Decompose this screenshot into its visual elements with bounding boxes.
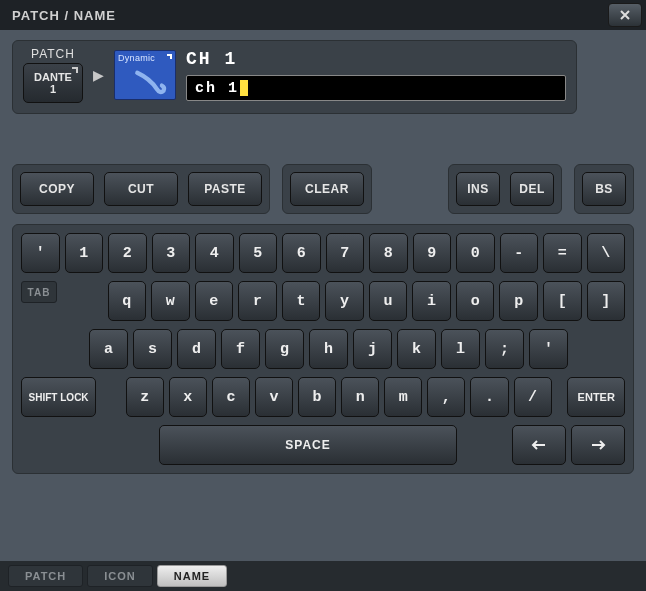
key[interactable]: = xyxy=(543,233,582,273)
key[interactable]: t xyxy=(282,281,321,321)
key[interactable]: 5 xyxy=(239,233,278,273)
icon-category-label: Dynamic xyxy=(115,51,175,65)
key[interactable]: x xyxy=(169,377,207,417)
tab-key[interactable]: TAB xyxy=(21,281,57,303)
key[interactable]: o xyxy=(456,281,495,321)
expand-icon xyxy=(167,54,172,59)
saxophone-icon xyxy=(133,69,167,97)
key[interactable]: h xyxy=(309,329,348,369)
cut-button[interactable]: CUT xyxy=(104,172,178,206)
arrow-left-key[interactable] xyxy=(512,425,566,465)
key[interactable]: d xyxy=(177,329,216,369)
key[interactable]: n xyxy=(341,377,379,417)
tab-name[interactable]: NAME xyxy=(157,565,227,587)
key[interactable]: a xyxy=(89,329,128,369)
key[interactable]: ' xyxy=(21,233,60,273)
key[interactable]: y xyxy=(325,281,364,321)
key[interactable]: \ xyxy=(587,233,626,273)
key[interactable]: m xyxy=(384,377,422,417)
key[interactable]: 0 xyxy=(456,233,495,273)
space-key[interactable]: SPACE xyxy=(159,425,457,465)
patch-source-line1: DANTE xyxy=(34,71,72,83)
bs-group: BS xyxy=(574,164,634,214)
close-button[interactable] xyxy=(608,3,642,27)
keyboard-row-3: a s d f g h j k l ; ' xyxy=(21,329,625,369)
tab-icon[interactable]: ICON xyxy=(87,565,153,587)
insdel-group: INS DEL xyxy=(448,164,562,214)
bottom-tab-bar: PATCH ICON NAME xyxy=(0,561,646,591)
clipboard-group: COPY CUT PASTE xyxy=(12,164,270,214)
key[interactable]: ' xyxy=(529,329,568,369)
content-area: PATCH DANTE 1 ▶ Dynamic CH 1 ch 1 xyxy=(0,30,646,561)
keyboard-row-5: SPACE xyxy=(21,425,625,465)
channel-label: CH 1 xyxy=(186,49,566,69)
key[interactable]: 3 xyxy=(152,233,191,273)
name-input[interactable]: ch 1 xyxy=(186,75,566,101)
expand-icon xyxy=(72,67,78,73)
key[interactable]: / xyxy=(514,377,552,417)
key[interactable]: 2 xyxy=(108,233,147,273)
close-icon xyxy=(619,9,631,21)
keyboard-row-2: TAB q w e r t y u i o p [ ] xyxy=(21,281,625,321)
clear-button[interactable]: CLEAR xyxy=(290,172,364,206)
key[interactable]: 6 xyxy=(282,233,321,273)
key[interactable]: b xyxy=(298,377,336,417)
window-title: PATCH / NAME xyxy=(12,8,116,23)
key[interactable]: . xyxy=(470,377,508,417)
key[interactable]: i xyxy=(412,281,451,321)
backspace-button[interactable]: BS xyxy=(582,172,626,206)
key[interactable]: 9 xyxy=(413,233,452,273)
arrow-right-icon: ▶ xyxy=(93,67,104,83)
paste-button[interactable]: PASTE xyxy=(188,172,262,206)
text-cursor-icon xyxy=(240,80,248,96)
copy-button[interactable]: COPY xyxy=(20,172,94,206)
clear-group: CLEAR xyxy=(282,164,372,214)
patch-source-button[interactable]: DANTE 1 xyxy=(23,63,83,103)
key[interactable]: c xyxy=(212,377,250,417)
key[interactable]: ] xyxy=(587,281,626,321)
key[interactable]: - xyxy=(500,233,539,273)
key[interactable]: z xyxy=(126,377,164,417)
arrow-left-icon xyxy=(531,439,547,451)
key[interactable]: 4 xyxy=(195,233,234,273)
enter-key[interactable]: ENTER xyxy=(567,377,625,417)
key[interactable]: j xyxy=(353,329,392,369)
edit-toolbar: COPY CUT PASTE CLEAR INS DEL BS xyxy=(12,164,634,214)
shift-lock-key[interactable]: SHIFT LOCK xyxy=(21,377,96,417)
arrow-right-icon xyxy=(590,439,606,451)
key[interactable]: u xyxy=(369,281,408,321)
key[interactable]: r xyxy=(238,281,277,321)
tab-patch[interactable]: PATCH xyxy=(8,565,83,587)
name-column: CH 1 ch 1 xyxy=(186,49,566,101)
key[interactable]: 1 xyxy=(65,233,104,273)
key[interactable]: s xyxy=(133,329,172,369)
channel-icon-button[interactable]: Dynamic xyxy=(114,50,176,100)
key[interactable]: g xyxy=(265,329,304,369)
key[interactable]: k xyxy=(397,329,436,369)
key[interactable]: v xyxy=(255,377,293,417)
key[interactable]: ; xyxy=(485,329,524,369)
key[interactable]: p xyxy=(499,281,538,321)
name-input-value: ch 1 xyxy=(195,80,239,97)
patch-source-column: PATCH DANTE 1 xyxy=(23,47,83,103)
key[interactable]: , xyxy=(427,377,465,417)
titlebar: PATCH / NAME xyxy=(0,0,646,30)
key[interactable]: [ xyxy=(543,281,582,321)
ins-button[interactable]: INS xyxy=(456,172,500,206)
key[interactable]: 7 xyxy=(326,233,365,273)
key[interactable]: f xyxy=(221,329,260,369)
key[interactable]: l xyxy=(441,329,480,369)
key[interactable]: 8 xyxy=(369,233,408,273)
key[interactable]: e xyxy=(195,281,234,321)
patch-source-line2: 1 xyxy=(50,83,56,95)
keyboard-row-4: SHIFT LOCK z x c v b n m , . / ENTER xyxy=(21,377,625,417)
arrow-right-key[interactable] xyxy=(571,425,625,465)
patch-name-window: PATCH / NAME PATCH DANTE 1 ▶ Dynamic xyxy=(0,0,646,591)
key[interactable]: q xyxy=(108,281,147,321)
patch-header: PATCH DANTE 1 ▶ Dynamic CH 1 ch 1 xyxy=(12,40,577,114)
key[interactable]: w xyxy=(151,281,190,321)
keyboard-row-1: ' 1 2 3 4 5 6 7 8 9 0 - = \ xyxy=(21,233,625,273)
patch-label: PATCH xyxy=(31,47,75,61)
keyboard: ' 1 2 3 4 5 6 7 8 9 0 - = \ TAB q w e xyxy=(12,224,634,474)
del-button[interactable]: DEL xyxy=(510,172,554,206)
